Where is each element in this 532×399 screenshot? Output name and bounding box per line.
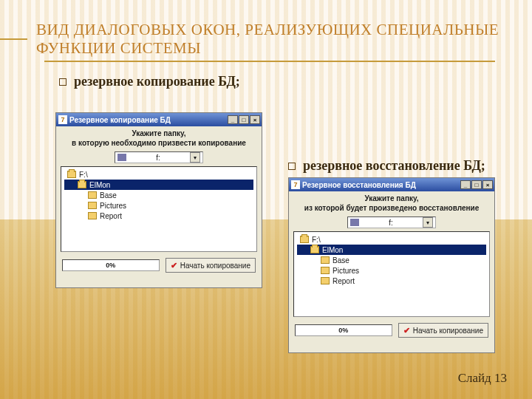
tree-child-label: Pictures [100, 202, 126, 210]
start-copy-label: Начать копирование [180, 262, 250, 270]
tree-child-label: Base [100, 191, 117, 200]
app-icon: 7 [58, 115, 67, 124]
window-title: Резервное копирование БД [69, 116, 171, 124]
drive-label: f: [156, 154, 160, 162]
progress-value: 0% [338, 327, 348, 334]
tree-selected[interactable]: ElMon [297, 245, 486, 255]
title-accent-line [0, 38, 27, 40]
folder-icon [321, 256, 330, 264]
drive-label: f: [389, 219, 393, 227]
page-title: ВИД ДИАЛОГОВЫХ ОКОН, РЕАЛИЗУЮЩИХ СПЕЦИАЛ… [36, 21, 502, 58]
tree-root[interactable]: F:\ [297, 234, 486, 245]
bullet-icon [59, 78, 66, 86]
maximize-button[interactable]: □ [471, 180, 482, 189]
folder-tree[interactable]: F:\ ElMon Base Pictures Report [61, 166, 257, 252]
maximize-button[interactable]: □ [239, 115, 249, 124]
tree-child-label: Pictures [332, 267, 359, 275]
instruction-line1: Укажите папку, [56, 126, 262, 137]
bullet-icon [288, 163, 296, 170]
tree-root-label: F:\ [79, 171, 88, 179]
minimize-button[interactable]: _ [460, 180, 471, 189]
instruction-line2: из которой будет произведено восстановле… [289, 202, 494, 216]
bullet-backup-label: резервное копирование БД; [74, 74, 240, 89]
check-icon: ✔ [403, 326, 410, 335]
close-button[interactable]: × [482, 180, 493, 189]
tree-root-label: F:\ [312, 236, 321, 244]
folder-open-icon [78, 181, 86, 188]
start-copy-button[interactable]: ✔ Начать копирование [398, 323, 488, 338]
tree-selected-label: ElMon [89, 181, 110, 189]
dialog-backup: 7 Резервное копирование БД _ □ × Укажите… [55, 112, 262, 288]
slide-number: Слайд 13 [458, 371, 507, 386]
drive-select[interactable]: f: ▾ [115, 151, 203, 163]
title-underline [44, 61, 495, 62]
tree-root[interactable]: F:\ [64, 169, 253, 180]
progress-bar: 0% [295, 324, 392, 336]
bullet-restore: резервное восстановление БД; [288, 158, 485, 174]
tree-selected-label: ElMon [322, 246, 343, 254]
titlebar[interactable]: 7 Резервное копирование БД _ □ × [56, 113, 262, 126]
folder-icon [88, 212, 97, 219]
start-copy-label: Начать копирование [413, 327, 483, 335]
tree-child-label: Report [100, 212, 122, 220]
bullet-backup: резервное копирование БД; [59, 74, 532, 89]
folder-open-icon [310, 246, 319, 253]
close-button[interactable]: × [250, 115, 260, 124]
instruction-line2: в которую необходимо призвести копирован… [56, 137, 262, 151]
window-title: Резервное восстановления БД [302, 181, 416, 189]
bullet-restore-label: резервное восстановление БД; [303, 158, 485, 174]
tree-child[interactable]: Report [64, 211, 253, 221]
dialog-restore: 7 Резервное восстановления БД _ □ × Укаж… [288, 177, 495, 353]
tree-selected[interactable]: ElMon [64, 180, 253, 190]
tree-child-label: Base [332, 256, 349, 265]
drive-icon [350, 219, 359, 226]
folder-tree[interactable]: F:\ ElMon Base Pictures Report [293, 231, 490, 317]
tree-child[interactable]: Pictures [297, 265, 486, 276]
tree-child[interactable]: Pictures [64, 200, 253, 211]
folder-icon [88, 191, 97, 199]
drive-select[interactable]: f: ▾ [347, 216, 436, 228]
folder-open-icon [300, 236, 309, 243]
start-copy-button[interactable]: ✔ Начать копирование [166, 258, 256, 273]
check-icon: ✔ [171, 261, 177, 270]
folder-icon [321, 267, 330, 274]
minimize-button[interactable]: _ [228, 115, 238, 124]
tree-child[interactable]: Base [297, 255, 486, 265]
tree-child[interactable]: Base [64, 190, 253, 200]
tree-child[interactable]: Report [297, 276, 486, 286]
chevron-down-icon[interactable]: ▾ [423, 217, 433, 228]
progress-bar: 0% [62, 259, 160, 271]
folder-icon [321, 277, 330, 284]
instruction-line1: Укажите папку, [289, 191, 494, 202]
titlebar[interactable]: 7 Резервное восстановления БД _ □ × [289, 178, 494, 191]
drive-icon [117, 154, 126, 161]
app-icon: 7 [291, 180, 300, 189]
folder-open-icon [67, 171, 76, 178]
chevron-down-icon[interactable]: ▾ [190, 152, 200, 163]
folder-icon [88, 202, 97, 209]
progress-value: 0% [106, 262, 115, 269]
tree-child-label: Report [332, 277, 355, 285]
